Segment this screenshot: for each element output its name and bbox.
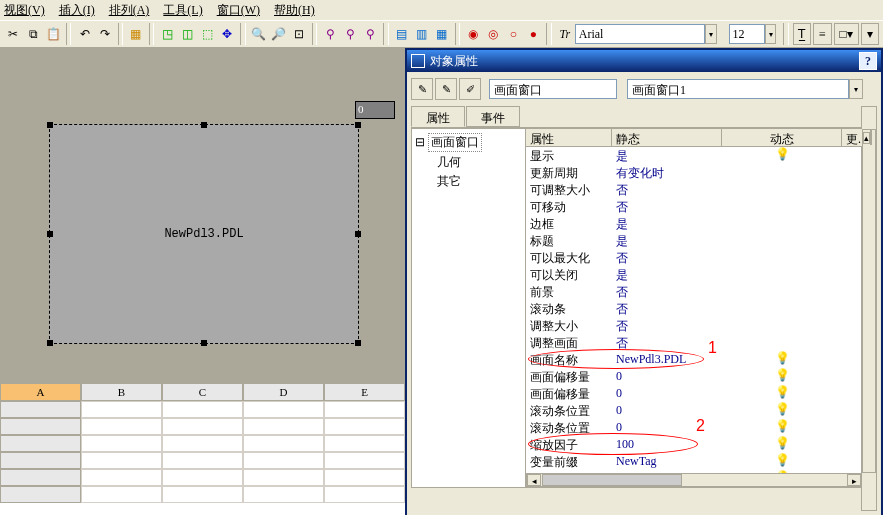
red1-icon[interactable]: ◉ [464,23,482,45]
properties-titlebar[interactable]: 对象属性 ? [407,50,881,72]
prop-static-value[interactable]: 是 [612,147,722,164]
property-row[interactable]: 可以关闭是 [526,266,876,283]
object-name-combo[interactable]: 画面窗口1 [627,79,849,99]
tab-events[interactable]: 事件 [466,106,520,127]
tree-geometry[interactable]: 几何 [437,153,522,172]
prop-static-value[interactable]: 否 [612,334,722,351]
wand2-icon[interactable]: ⚲ [341,23,359,45]
undo-icon[interactable]: ↶ [75,23,93,45]
scroll-thumb-v[interactable] [870,129,872,145]
menu-tools[interactable]: 工具(L) [163,2,202,18]
menu-view[interactable]: 视图(V) [4,2,45,18]
picker2-icon[interactable]: ✎ [435,78,457,100]
property-row[interactable]: 画面偏移量0💡 [526,368,876,385]
property-row[interactable]: 标题是 [526,232,876,249]
prop-dynamic[interactable] [722,317,842,334]
prop-dynamic[interactable]: 💡 [722,419,842,436]
prop-dynamic[interactable]: 💡 [722,147,842,164]
handle-w[interactable] [47,231,53,237]
prop-dynamic[interactable] [722,164,842,181]
row[interactable] [0,469,405,486]
shape3-icon[interactable]: ⬚ [198,23,216,45]
prop-dynamic[interactable]: 💡 [722,368,842,385]
toolbtn1-icon[interactable]: T̲ [793,23,811,45]
picker3-icon[interactable]: ✐ [459,78,481,100]
prop-static-value[interactable]: 否 [612,198,722,215]
move-icon[interactable]: ✥ [218,23,236,45]
prop-static-value[interactable]: 否 [612,300,722,317]
zoom-in-icon[interactable]: 🔍 [250,23,268,45]
handle-nw[interactable] [47,122,53,128]
prop-dynamic[interactable]: 💡 [722,402,842,419]
tree-misc[interactable]: 其它 [437,172,522,191]
property-row[interactable]: 前景否 [526,283,876,300]
wand3-icon[interactable]: ⚲ [361,23,379,45]
scroll-left-icon[interactable]: ◂ [527,474,541,486]
zoom-out-icon[interactable]: 🔎 [270,23,288,45]
help-button[interactable]: ? [859,52,877,70]
copy-icon[interactable]: ⧉ [24,23,42,45]
property-row[interactable]: 缩放因子100💡 [526,436,876,453]
hdr-dynamic[interactable]: 动态 [722,129,842,146]
handle-s[interactable] [201,340,207,346]
property-row[interactable]: 更新周期有变化时 [526,164,876,181]
property-row[interactable]: 变量前缀NewTag💡 [526,453,876,470]
prop-dynamic[interactable]: 💡 [722,351,842,368]
row[interactable] [0,435,405,452]
grid-icon[interactable]: ▦ [127,23,145,45]
handle-sw[interactable] [47,340,53,346]
prop-dynamic[interactable] [722,266,842,283]
row[interactable] [0,486,405,503]
prop-static-value[interactable]: 否 [612,283,722,300]
red4-icon[interactable]: ● [524,23,542,45]
property-row[interactable]: 调整大小否 [526,317,876,334]
col-a[interactable]: A [0,383,81,401]
layer1-icon[interactable]: ▤ [393,23,411,45]
shape1-icon[interactable]: ◳ [158,23,176,45]
grid-scroll-v[interactable]: ▴ [862,129,876,473]
object-name-dropdown-icon[interactable]: ▾ [849,79,863,99]
toolbtn2-icon[interactable]: ≡ [813,23,831,45]
property-row[interactable]: 滚动条位置0💡 [526,419,876,436]
prop-static-value[interactable]: 0 [612,402,722,419]
prop-static-value[interactable]: 是 [612,215,722,232]
toolbtn3-icon[interactable]: □▾ [834,23,859,45]
menu-insert[interactable]: 插入(I) [59,2,95,18]
prop-static-value[interactable]: 0 [612,385,722,402]
hdr-static[interactable]: 静态 [612,129,722,146]
layer3-icon[interactable]: ▦ [433,23,451,45]
scroll-thumb-h[interactable] [542,474,682,486]
property-row[interactable]: 滚动条否 [526,300,876,317]
property-row[interactable]: 显示是💡 [526,147,876,164]
row[interactable] [0,401,405,418]
prop-dynamic[interactable] [722,198,842,215]
col-d[interactable]: D [243,383,324,401]
prop-dynamic[interactable] [722,300,842,317]
property-row[interactable]: 可移动否 [526,198,876,215]
prop-static-value[interactable]: 100 [612,436,722,453]
toolbtn4-icon[interactable]: ▾ [861,23,879,45]
size-dropdown-icon[interactable]: ▾ [765,24,777,44]
prop-static-value[interactable]: 是 [612,232,722,249]
col-c[interactable]: C [162,383,243,401]
menu-arrange[interactable]: 排列(A) [109,2,150,18]
property-row[interactable]: 滚动条位置0💡 [526,402,876,419]
red2-icon[interactable]: ◎ [484,23,502,45]
row[interactable] [0,452,405,469]
col-b[interactable]: B [81,383,162,401]
property-row[interactable]: 画面偏移量0💡 [526,385,876,402]
scroll-right-icon[interactable]: ▸ [847,474,861,486]
prop-static-value[interactable]: 否 [612,317,722,334]
property-row[interactable]: 画面名称NewPdl3.PDL💡 [526,351,876,368]
property-tree[interactable]: ⊟ 画面窗口 几何 其它 [412,129,526,487]
prop-dynamic[interactable]: 💡 [722,436,842,453]
shape2-icon[interactable]: ◫ [178,23,196,45]
prop-dynamic[interactable] [722,215,842,232]
prop-dynamic[interactable] [722,181,842,198]
zoom-fit-icon[interactable]: ⊡ [290,23,308,45]
picker1-icon[interactable]: ✎ [411,78,433,100]
picture-window-object[interactable]: NewPdl3.PDL [49,124,359,344]
grid-scroll-h[interactable]: ◂ ▸ [526,473,862,487]
prop-dynamic[interactable]: 💡 [722,385,842,402]
paste-icon[interactable]: 📋 [44,23,62,45]
